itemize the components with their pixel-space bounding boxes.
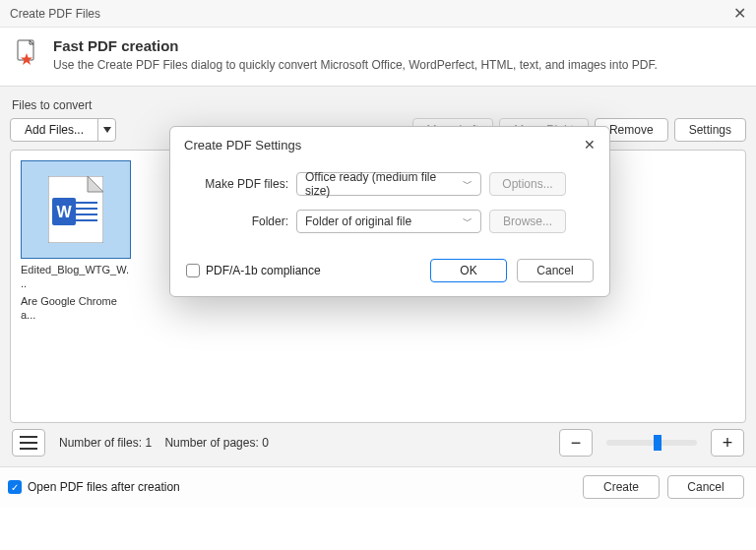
pdf-create-icon bbox=[14, 39, 41, 67]
file-name-line1: Edited_Blog_WTG_W... bbox=[21, 263, 131, 290]
file-thumbnail[interactable]: W Edited_Blog_WTG_W... Are Google Chrome… bbox=[21, 160, 131, 322]
zoom-out-icon[interactable]: − bbox=[559, 429, 593, 457]
zoom-slider[interactable] bbox=[606, 440, 697, 446]
header: Fast PDF creation Use the Create PDF Fil… bbox=[0, 28, 756, 86]
chevron-down-icon: ﹀ bbox=[463, 214, 472, 228]
svg-rect-10 bbox=[20, 448, 37, 450]
file-count: Number of files: 1 Number of pages: 0 bbox=[59, 436, 269, 450]
files-to-convert-label: Files to convert bbox=[12, 98, 746, 112]
svg-rect-2 bbox=[76, 202, 97, 204]
modal-cancel-button[interactable]: Cancel bbox=[517, 259, 594, 282]
modal-titlebar: Create PDF Settings ✕ bbox=[170, 127, 609, 162]
add-files-dropdown[interactable] bbox=[97, 119, 115, 141]
add-files-button[interactable]: Add Files... bbox=[11, 119, 97, 141]
close-icon[interactable]: ✕ bbox=[733, 4, 746, 23]
folder-select[interactable]: Folder of original file ﹀ bbox=[296, 210, 481, 233]
add-files-split-button[interactable]: Add Files... bbox=[10, 118, 116, 142]
ok-button[interactable]: OK bbox=[430, 259, 507, 282]
svg-rect-4 bbox=[76, 214, 97, 215]
bottom-bar: Number of files: 1 Number of pages: 0 − … bbox=[10, 423, 746, 466]
modal-close-icon[interactable]: ✕ bbox=[584, 137, 596, 153]
open-after-label: Open PDF files after creation bbox=[28, 480, 180, 494]
browse-button: Browse... bbox=[489, 210, 566, 233]
svg-rect-5 bbox=[76, 219, 97, 221]
header-subtitle: Use the Create PDF Files dialog to quick… bbox=[53, 58, 658, 72]
svg-rect-3 bbox=[76, 208, 97, 210]
file-name-line2: Are Google Chrome a... bbox=[21, 294, 131, 322]
create-button[interactable]: Create bbox=[583, 475, 660, 499]
create-pdf-settings-dialog: Create PDF Settings ✕ Make PDF files: Of… bbox=[169, 126, 610, 297]
settings-button[interactable]: Settings bbox=[674, 118, 746, 142]
pdfa-label: PDF/A-1b compliance bbox=[206, 264, 321, 277]
checkmark-icon: ✓ bbox=[8, 480, 22, 494]
zoom-slider-knob[interactable] bbox=[654, 435, 662, 451]
modal-title: Create PDF Settings bbox=[184, 138, 301, 153]
make-pdf-select[interactable]: Office ready (medium file size) ﹀ bbox=[296, 172, 481, 196]
zoom-in-icon[interactable]: + bbox=[711, 429, 744, 457]
word-doc-icon: W bbox=[21, 160, 131, 259]
folder-label: Folder: bbox=[186, 214, 288, 228]
svg-rect-9 bbox=[20, 442, 37, 444]
svg-text:W: W bbox=[56, 204, 72, 220]
options-button: Options... bbox=[489, 172, 566, 196]
make-pdf-label: Make PDF files: bbox=[186, 177, 288, 191]
pdfa-checkbox[interactable] bbox=[186, 264, 200, 277]
chevron-down-icon: ﹀ bbox=[463, 177, 472, 191]
create-pdf-window: Create PDF Files ✕ Fast PDF creation Use… bbox=[0, 0, 756, 550]
cancel-button[interactable]: Cancel bbox=[667, 475, 744, 499]
svg-rect-8 bbox=[20, 436, 37, 438]
footer: ✓ Open PDF files after creation Create C… bbox=[0, 466, 756, 509]
list-view-icon[interactable] bbox=[12, 429, 45, 457]
open-after-checkbox[interactable]: ✓ Open PDF files after creation bbox=[8, 480, 180, 494]
header-title: Fast PDF creation bbox=[53, 37, 658, 54]
window-title: Create PDF Files bbox=[10, 7, 100, 21]
titlebar: Create PDF Files ✕ bbox=[0, 0, 756, 28]
